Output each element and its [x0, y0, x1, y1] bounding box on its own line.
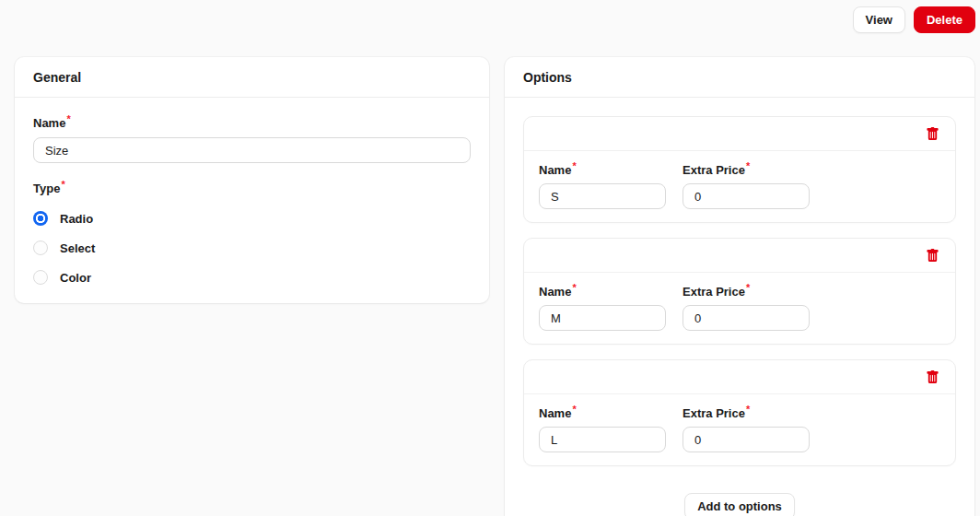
type-option-radio[interactable]: Radio	[33, 211, 471, 226]
required-marker: *	[746, 404, 750, 415]
required-marker: *	[746, 160, 750, 171]
option-extra-price-input[interactable]	[682, 427, 810, 452]
name-field-label: Name*	[33, 116, 471, 131]
add-options-row: Add to options	[523, 481, 956, 516]
type-option-color[interactable]: Color	[33, 270, 471, 285]
required-marker: *	[572, 160, 576, 171]
view-button[interactable]: View	[853, 6, 905, 33]
option-name-input[interactable]	[539, 427, 666, 452]
radio-button-icon[interactable]	[33, 270, 48, 285]
top-action-bar: View Delete	[0, 0, 980, 32]
options-card-body: Name* Extra Price*	[505, 98, 974, 516]
option-row: Name* Extra Price*	[523, 359, 956, 466]
type-option-select[interactable]: Select	[33, 240, 471, 255]
add-to-options-button[interactable]: Add to options	[684, 493, 795, 516]
radio-option-label: Color	[60, 271, 91, 285]
radio-button-icon[interactable]	[33, 211, 48, 226]
option-row-header	[524, 360, 955, 394]
option-name-field: Name*	[539, 285, 666, 331]
option-row-body: Name* Extra Price*	[524, 273, 955, 344]
option-name-input[interactable]	[539, 305, 666, 331]
option-name-input[interactable]	[539, 183, 666, 209]
required-marker: *	[66, 113, 70, 124]
type-field-label: Type*	[33, 182, 471, 196]
option-row-body: Name* Extra Price*	[524, 151, 955, 222]
options-card-title: Options	[505, 57, 974, 98]
trash-icon	[926, 370, 939, 384]
main-content: General Name* Type* Radio Select	[0, 32, 980, 516]
delete-option-button[interactable]	[926, 370, 939, 384]
option-extra-price-input[interactable]	[682, 305, 810, 331]
general-card-title: General	[15, 57, 489, 98]
option-row-header	[524, 117, 955, 151]
general-card: General Name* Type* Radio Select	[15, 57, 489, 303]
options-card: Options Name* Extra Price*	[505, 57, 974, 516]
radio-option-label: Radio	[60, 212, 93, 226]
option-row-body: Name* Extra Price*	[524, 394, 955, 465]
option-name-field: Name*	[539, 406, 666, 452]
radio-button-icon[interactable]	[33, 240, 48, 255]
general-card-body: Name* Type* Radio Select Color	[15, 98, 489, 303]
option-row: Name* Extra Price*	[523, 238, 956, 345]
general-name-input[interactable]	[33, 137, 471, 163]
required-marker: *	[572, 404, 576, 415]
type-radio-group: Type* Radio Select Color	[33, 182, 471, 285]
option-row-header	[524, 239, 955, 273]
delete-option-button[interactable]	[926, 127, 939, 141]
required-marker: *	[572, 282, 576, 293]
trash-icon	[926, 249, 939, 263]
option-extra-price-input[interactable]	[682, 183, 810, 209]
option-extra-price-field: Extra Price*	[682, 406, 810, 452]
option-extra-price-field: Extra Price*	[682, 163, 810, 209]
required-marker: *	[61, 179, 64, 190]
option-name-field: Name*	[539, 163, 666, 209]
delete-option-button[interactable]	[926, 249, 939, 263]
option-row: Name* Extra Price*	[523, 116, 956, 223]
delete-button[interactable]: Delete	[914, 6, 975, 33]
required-marker: *	[746, 282, 750, 293]
trash-icon	[926, 127, 939, 141]
option-extra-price-field: Extra Price*	[682, 285, 810, 331]
radio-option-label: Select	[60, 241, 95, 255]
